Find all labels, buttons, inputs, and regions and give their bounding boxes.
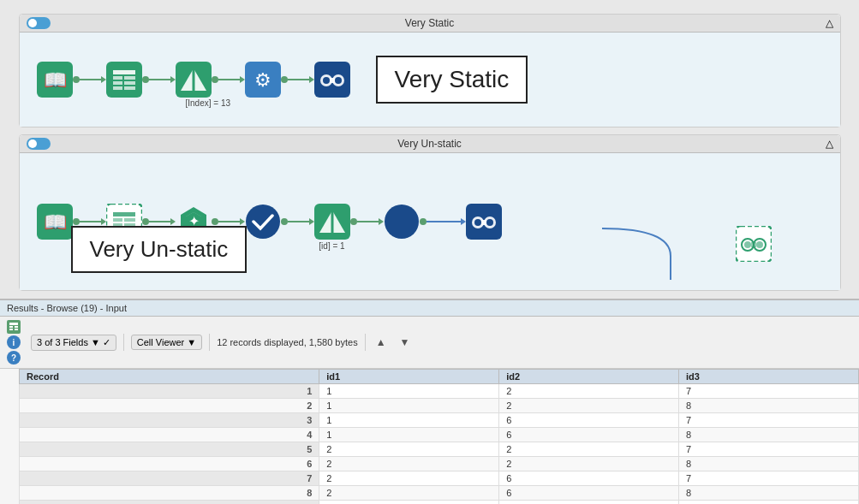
node-label-1: [Index] = 13 bbox=[186, 98, 231, 108]
node-table-1[interactable] bbox=[106, 62, 142, 98]
fields-count: 3 of 3 Fields bbox=[37, 337, 88, 347]
cell-value: 7 bbox=[679, 413, 859, 428]
svg-rect-43 bbox=[481, 220, 486, 225]
panel-very-static: Very Static △ 📖 bbox=[19, 14, 841, 127]
cell-value: 8 bbox=[679, 399, 859, 413]
connector-dot-8 bbox=[281, 218, 288, 225]
flow-line-10 bbox=[427, 221, 461, 222]
panel1-canvas: 📖 bbox=[20, 33, 840, 127]
fields-button[interactable]: 3 of 3 Fields ▼ ✓ bbox=[31, 335, 116, 351]
node-book-1[interactable]: 📖 bbox=[37, 62, 73, 98]
viewer-dropdown-icon: ▼ bbox=[187, 337, 196, 347]
cell-value: 7 bbox=[679, 442, 859, 457]
flow-line-1 bbox=[80, 79, 101, 80]
svg-rect-4 bbox=[113, 76, 122, 80]
cell-record: 2 bbox=[20, 399, 319, 413]
col-id2: id2 bbox=[499, 370, 679, 384]
svg-point-20 bbox=[335, 77, 342, 84]
data-table: Record id1 id2 id3 112721283167416852276… bbox=[19, 369, 859, 504]
flow-line-6 bbox=[149, 221, 170, 222]
cell-value: 2 bbox=[319, 457, 499, 471]
results-toolbar: i ? 3 of 3 Fields ▼ ✓ Cell Viewer ▼ 12 r… bbox=[0, 317, 859, 369]
cell-value: 1 bbox=[319, 428, 499, 442]
svg-rect-26 bbox=[124, 218, 135, 222]
svg-rect-53 bbox=[9, 326, 13, 328]
table-row: 9427 bbox=[20, 501, 859, 505]
panel2-label: Very Un-static bbox=[90, 236, 229, 262]
svg-text:📖: 📖 bbox=[43, 210, 67, 234]
table-row: 4168 bbox=[20, 428, 859, 442]
toolbar-icon-table[interactable] bbox=[7, 320, 21, 334]
sort-up-button[interactable]: ▲ bbox=[373, 335, 390, 350]
cell-record: 1 bbox=[20, 384, 319, 399]
cell-value: 8 bbox=[679, 457, 859, 471]
svg-rect-49 bbox=[751, 242, 756, 247]
table-scroll[interactable]: Record id1 id2 id3 112721283167416852276… bbox=[19, 369, 859, 504]
cell-value: 7 bbox=[679, 384, 859, 399]
toolbar-icon-circle[interactable]: i bbox=[7, 335, 21, 349]
connector-dot-7 bbox=[212, 218, 218, 225]
results-content: Record id1 id2 id3 112721283167416852276… bbox=[19, 369, 859, 504]
table-row: 1127 bbox=[20, 384, 859, 399]
table-header-row: Record id1 id2 id3 bbox=[20, 370, 859, 384]
results-titlebar: Results - Browse (19) - Input bbox=[0, 300, 859, 317]
panel2-toggle[interactable] bbox=[27, 138, 51, 151]
panel2-titlebar: Very Un-static △ bbox=[20, 135, 840, 153]
cell-value: 6 bbox=[499, 471, 679, 486]
toolbar-divider-1 bbox=[123, 334, 124, 351]
node-circle-2[interactable] bbox=[384, 204, 420, 240]
flow-line-4 bbox=[288, 79, 309, 80]
connector-dot-3 bbox=[212, 76, 218, 83]
node-book-2[interactable]: 📖 bbox=[37, 204, 73, 240]
panel1-label-box: Very Static bbox=[376, 56, 528, 104]
cell-value: 2 bbox=[319, 442, 499, 457]
sort-down-button[interactable]: ▼ bbox=[397, 335, 414, 350]
node-triangle-1[interactable] bbox=[176, 62, 212, 98]
connector-dot-10 bbox=[420, 218, 427, 225]
col-record: Record bbox=[20, 370, 319, 384]
svg-point-50 bbox=[744, 241, 751, 248]
results-title: Results - Browse (19) - Input bbox=[7, 303, 127, 313]
svg-rect-7 bbox=[124, 81, 135, 85]
node-label-2: [id] = 1 bbox=[319, 241, 344, 251]
connector-dot-4 bbox=[281, 76, 288, 83]
svg-rect-52 bbox=[9, 323, 18, 325]
cell-value: 6 bbox=[499, 486, 679, 501]
node-binoculars-2b[interactable] bbox=[736, 226, 772, 264]
results-panel: Results - Browse (19) - Input i ? 3 of 3… bbox=[0, 299, 859, 504]
toggle-switch-1[interactable] bbox=[27, 17, 51, 29]
cell-value: 6 bbox=[499, 428, 679, 442]
table-row: 7267 bbox=[20, 471, 859, 486]
flow-line-2 bbox=[149, 79, 170, 80]
svg-rect-56 bbox=[15, 329, 18, 330]
toolbar-divider-3 bbox=[365, 334, 366, 351]
toolbar-icon-question[interactable]: ? bbox=[7, 351, 21, 365]
cell-value: 1 bbox=[319, 399, 499, 413]
flow-line-7 bbox=[218, 221, 240, 222]
cell-record: 8 bbox=[20, 486, 319, 501]
cell-value: 2 bbox=[499, 399, 679, 413]
cell-value: 2 bbox=[499, 501, 679, 505]
toggle-knob-2 bbox=[28, 139, 37, 148]
node-binoculars-2a[interactable] bbox=[466, 204, 502, 240]
node-triangle-2[interactable]: [id] = 1 bbox=[314, 204, 350, 240]
node-gear-1[interactable]: ⚙ bbox=[245, 62, 281, 98]
svg-rect-3 bbox=[113, 70, 135, 74]
svg-rect-25 bbox=[113, 218, 122, 222]
panel1-titlebar: Very Static △ bbox=[20, 15, 840, 33]
col-id1: id1 bbox=[319, 370, 499, 384]
node-check-2[interactable] bbox=[245, 204, 281, 240]
panel2-collapse-btn[interactable]: △ bbox=[826, 138, 833, 150]
panel1-title: Very Static bbox=[405, 17, 454, 29]
fields-check-icon: ✓ bbox=[103, 337, 110, 348]
toggle-switch-2[interactable] bbox=[27, 138, 51, 150]
svg-rect-18 bbox=[330, 78, 335, 83]
table-row: 6228 bbox=[20, 457, 859, 471]
panel1-collapse-btn[interactable]: △ bbox=[826, 17, 833, 29]
panel1-toggle[interactable] bbox=[27, 17, 51, 30]
node-binoculars-1[interactable] bbox=[314, 62, 350, 98]
cell-value: 7 bbox=[679, 501, 859, 505]
cell-record: 9 bbox=[20, 501, 319, 505]
svg-point-19 bbox=[323, 77, 330, 84]
viewer-button[interactable]: Cell Viewer ▼ bbox=[131, 335, 202, 350]
